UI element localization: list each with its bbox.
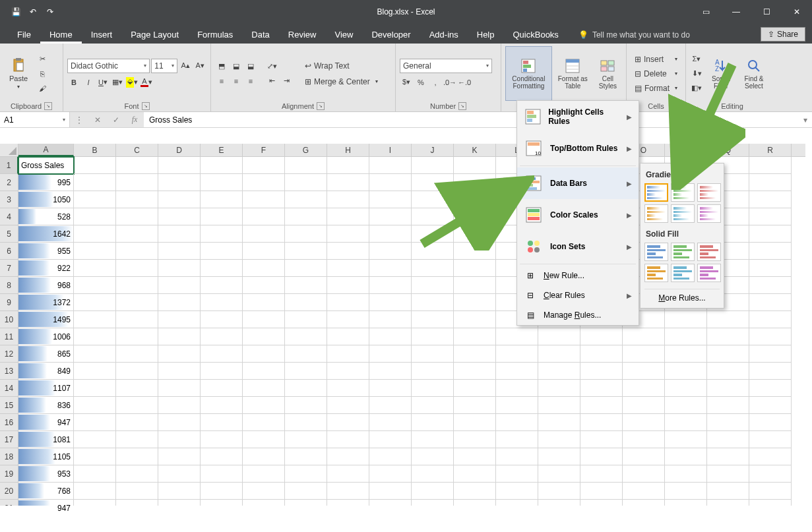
cell-R14[interactable]: [749, 380, 792, 397]
tab-insert[interactable]: Insert: [82, 26, 122, 44]
cell-J10[interactable]: [412, 311, 454, 328]
decrease-indent[interactable]: ⇤: [265, 74, 278, 88]
cell-J11[interactable]: [412, 328, 454, 345]
cell-P11[interactable]: [665, 328, 707, 345]
cell-R5[interactable]: [749, 225, 792, 243]
cell-G2[interactable]: [285, 174, 327, 191]
cell-O15[interactable]: [623, 397, 665, 414]
cell-L20[interactable]: [496, 483, 538, 500]
row-header-5[interactable]: 5: [0, 225, 18, 243]
cell-H20[interactable]: [327, 483, 369, 500]
cell-G3[interactable]: [285, 191, 327, 208]
cell-H9[interactable]: [327, 294, 369, 311]
column-header-D[interactable]: D: [158, 144, 201, 156]
cell-I6[interactable]: [369, 243, 412, 260]
cell-M11[interactable]: [538, 328, 580, 345]
cell-F16[interactable]: [243, 414, 285, 431]
font-color-button[interactable]: A▾: [140, 76, 153, 89]
tab-data[interactable]: Data: [242, 26, 278, 44]
cell-D13[interactable]: [158, 363, 201, 380]
cell-I2[interactable]: [369, 174, 412, 191]
cell-G17[interactable]: [285, 431, 327, 448]
cell-K14[interactable]: [454, 380, 496, 397]
font-dialog-launcher[interactable]: ↘: [142, 102, 150, 110]
insert-function-button[interactable]: fx: [125, 112, 144, 127]
cell-I15[interactable]: [369, 397, 412, 414]
cell-R10[interactable]: [749, 311, 792, 328]
cell-D19[interactable]: [158, 465, 201, 483]
databar-solid-option-1[interactable]: [644, 243, 668, 261]
cell-R4[interactable]: [749, 208, 792, 225]
cell-B20[interactable]: [74, 483, 116, 500]
cell-B7[interactable]: [74, 260, 116, 277]
cell-F9[interactable]: [243, 294, 285, 311]
cell-F2[interactable]: [243, 174, 285, 191]
cell-A15[interactable]: 836: [18, 397, 74, 414]
cell-A18[interactable]: 1105: [18, 448, 74, 465]
cell-Q13[interactable]: [707, 363, 749, 380]
cf-icon-sets[interactable]: Icon Sets▶: [517, 231, 639, 262]
cell-E5[interactable]: [201, 225, 243, 243]
cell-G14[interactable]: [285, 380, 327, 397]
cell-A11[interactable]: 1006: [18, 328, 74, 345]
cell-B2[interactable]: [74, 174, 116, 191]
cell-Q11[interactable]: [707, 328, 749, 345]
cell-F14[interactable]: [243, 380, 285, 397]
cell-F7[interactable]: [243, 260, 285, 277]
select-all-button[interactable]: [0, 144, 18, 156]
undo-button[interactable]: ↶: [25, 4, 41, 20]
cell-C7[interactable]: [116, 260, 158, 277]
number-dialog-launcher[interactable]: ↘: [458, 102, 466, 110]
cell-L12[interactable]: [496, 345, 538, 363]
cell-G9[interactable]: [285, 294, 327, 311]
cell-Q17[interactable]: [707, 431, 749, 448]
row-header-16[interactable]: 16: [0, 414, 18, 431]
increase-font-size[interactable]: A▴: [179, 59, 192, 73]
cf-new-rule[interactable]: ⊞ New Rule...: [517, 266, 639, 285]
cell-O14[interactable]: [623, 380, 665, 397]
row-header-9[interactable]: 9: [0, 294, 18, 311]
cell-C5[interactable]: [116, 225, 158, 243]
cell-H14[interactable]: [327, 380, 369, 397]
cell-F3[interactable]: [243, 191, 285, 208]
cell-E13[interactable]: [201, 363, 243, 380]
save-button[interactable]: 💾: [8, 4, 24, 20]
cell-C20[interactable]: [116, 483, 158, 500]
cell-I9[interactable]: [369, 294, 412, 311]
cell-M12[interactable]: [538, 345, 580, 363]
cell-F15[interactable]: [243, 397, 285, 414]
cell-D16[interactable]: [158, 414, 201, 431]
tab-addins[interactable]: Add-ins: [420, 26, 468, 44]
cell-B17[interactable]: [74, 431, 116, 448]
cell-K7[interactable]: [454, 260, 496, 277]
cell-O20[interactable]: [623, 483, 665, 500]
cf-clear-rules[interactable]: ⊟ Clear Rules▶: [517, 285, 639, 305]
decrease-font-size[interactable]: A▾: [193, 59, 206, 73]
formula-more-button[interactable]: ⋮: [70, 112, 88, 127]
cell-J14[interactable]: [412, 380, 454, 397]
cell-H8[interactable]: [327, 277, 369, 294]
cell-G11[interactable]: [285, 328, 327, 345]
column-header-A[interactable]: A: [18, 144, 74, 156]
cell-A3[interactable]: 1050: [18, 191, 74, 208]
cell-G16[interactable]: [285, 414, 327, 431]
cell-R16[interactable]: [749, 414, 792, 431]
cell-D20[interactable]: [158, 483, 201, 500]
cell-G4[interactable]: [285, 208, 327, 225]
tab-developer[interactable]: Developer: [362, 26, 420, 44]
font-name-combo[interactable]: Didact Gothic▾: [67, 59, 150, 73]
redo-button[interactable]: ↷: [42, 4, 58, 20]
cell-E7[interactable]: [201, 260, 243, 277]
cell-A2[interactable]: 995: [18, 174, 74, 191]
cell-G12[interactable]: [285, 345, 327, 363]
cell-J16[interactable]: [412, 414, 454, 431]
cell-F4[interactable]: [243, 208, 285, 225]
align-center[interactable]: ≡: [230, 74, 243, 88]
cell-H11[interactable]: [327, 328, 369, 345]
cell-K20[interactable]: [454, 483, 496, 500]
cell-R3[interactable]: [749, 191, 792, 208]
cell-D12[interactable]: [158, 345, 201, 363]
cell-H15[interactable]: [327, 397, 369, 414]
cell-L18[interactable]: [496, 448, 538, 465]
cell-B11[interactable]: [74, 328, 116, 345]
